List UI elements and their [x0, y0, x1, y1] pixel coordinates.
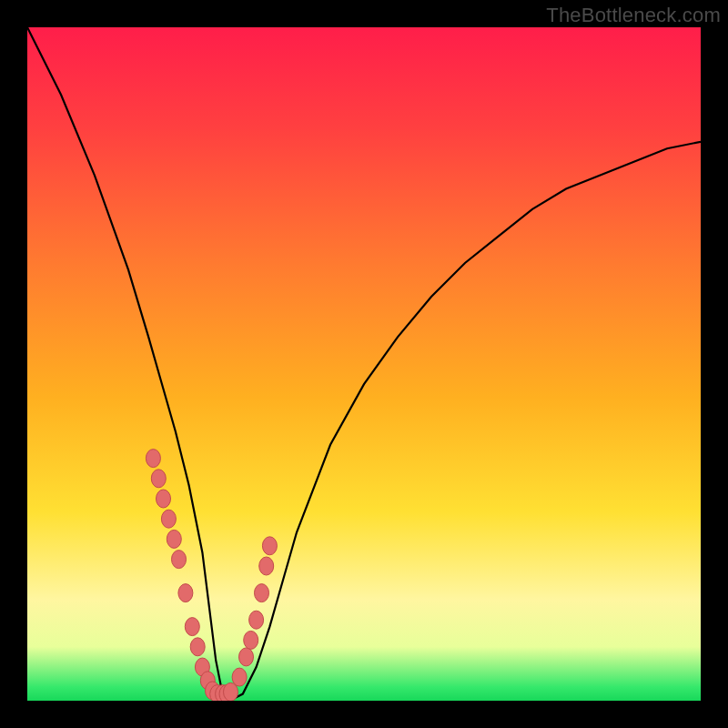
data-point — [167, 530, 181, 548]
data-point — [178, 584, 193, 602]
data-point — [244, 631, 258, 649]
data-point — [157, 490, 171, 508]
curve-svg — [27, 27, 701, 701]
plot-area — [27, 27, 701, 701]
data-point — [151, 470, 166, 488]
data-point — [259, 557, 274, 575]
data-point — [255, 584, 269, 602]
chart-frame: TheBottleneck.com — [0, 0, 728, 728]
data-point — [161, 510, 176, 528]
data-point — [249, 611, 264, 629]
data-point — [185, 618, 199, 636]
data-point — [172, 551, 187, 569]
data-point — [146, 450, 160, 468]
bottleneck-curve — [27, 27, 701, 701]
data-point — [232, 668, 247, 686]
data-point — [262, 537, 277, 555]
data-point — [190, 638, 205, 656]
data-point — [239, 648, 254, 666]
watermark-text: TheBottleneck.com — [546, 4, 721, 27]
